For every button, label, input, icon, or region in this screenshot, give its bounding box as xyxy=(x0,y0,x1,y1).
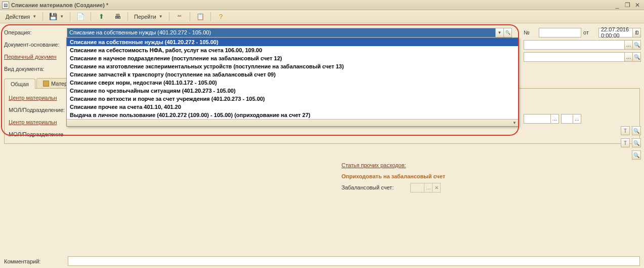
dropdown-item[interactable]: Списание по ветхости и порче за счет учр… xyxy=(67,95,519,103)
dtkt-button[interactable]: ᴬᴷ xyxy=(172,12,187,22)
toolbar-separator xyxy=(42,12,43,21)
dtkt-icon: ᴬᴷ xyxy=(176,13,184,21)
table-icon xyxy=(43,81,49,87)
minimize-button[interactable]: _ xyxy=(613,2,622,9)
booking-group-label: Оприходовать на забалансовый счет xyxy=(341,170,544,181)
dropdown-item[interactable]: Списание по чрезвычайным ситуациям (401.… xyxy=(67,87,519,95)
chevron-down-icon: ▼ xyxy=(159,14,163,19)
goto-label: Перейти xyxy=(134,14,156,20)
tab-label: Общая xyxy=(11,81,29,87)
comment-row: Комментарий: xyxy=(4,256,640,266)
copy-button[interactable]: 📄 xyxy=(73,12,88,22)
goto-menu[interactable]: Перейти ▼ xyxy=(131,12,166,22)
ellipsis-button[interactable]: … xyxy=(624,41,632,49)
mol1-label: МОЛ/Подразделение: xyxy=(9,107,74,113)
close-button[interactable]: ✕ xyxy=(633,2,642,9)
search-icon[interactable]: 🔍 xyxy=(632,138,641,147)
window-title: Списание материалов (Создание) * xyxy=(11,2,612,8)
operation-label: Операция: xyxy=(4,29,65,35)
t-button[interactable]: T xyxy=(621,126,630,135)
toolbar-separator xyxy=(91,12,91,21)
ellipsis-button[interactable]: … xyxy=(573,114,581,123)
ellipsis-button[interactable]: … xyxy=(550,114,559,123)
toolbar-separator xyxy=(190,12,190,21)
mol2-label: МОЛ/Подразделение xyxy=(9,131,74,137)
help-button[interactable]: ? xyxy=(213,12,229,22)
save-button[interactable]: 💾▼ xyxy=(46,12,67,22)
t-button[interactable]: T xyxy=(621,138,630,147)
from-label: от xyxy=(583,29,596,35)
clear-icon[interactable]: ✕ xyxy=(432,183,440,192)
post-button[interactable]: ⬆ xyxy=(94,12,109,22)
date-field[interactable]: 22.07.2016 0:00:00 🗓 xyxy=(598,28,641,37)
operation-dropdown[interactable]: Списание на собственные нужды (401.20.27… xyxy=(66,37,519,127)
dropdown-toggle[interactable]: ▼ xyxy=(495,28,503,37)
dropdown-item[interactable]: Списание на изготовление экспериментальн… xyxy=(67,62,519,70)
offbalance-row: Забалансовый счет: … ✕ xyxy=(341,181,544,194)
small-lookup[interactable]: … xyxy=(524,114,559,124)
comment-label: Комментарий: xyxy=(4,258,65,264)
search-icon[interactable]: 🔍 xyxy=(632,41,640,49)
dropdown-item[interactable]: Списание в научное подразделение (поступ… xyxy=(67,54,519,62)
copy-icon: 📄 xyxy=(76,13,84,21)
search-button[interactable]: 🔍 xyxy=(503,28,511,37)
operation-input[interactable] xyxy=(67,28,497,37)
toolbar-separator xyxy=(127,12,128,21)
tab-label: Матер xyxy=(51,81,67,87)
offbalance-label: Забалансовый счет: xyxy=(341,184,407,190)
dropdown-item[interactable]: Списание сверх норм, недостачи (401.10.1… xyxy=(67,79,519,87)
far-right-column: … … T 🔍 T 🔍 🔍 xyxy=(524,112,641,161)
small-lookup[interactable]: … xyxy=(561,114,581,124)
floppy-icon: 💾 xyxy=(49,13,57,21)
actions-menu[interactable]: Действия ▼ xyxy=(2,12,40,22)
lookup-row-2: … 🔍 xyxy=(524,51,641,63)
ellipsis-button[interactable]: … xyxy=(424,183,432,192)
window-titlebar: ▤ Списание материалов (Создание) * _ ❐ ✕ xyxy=(0,0,644,10)
lookup-field[interactable]: … 🔍 xyxy=(524,40,641,50)
form-area: Операция: ▼ 🔍 Списание на собственные ну… xyxy=(0,23,644,147)
dropdown-item[interactable]: Выдача в личное пользование (401.20.272 … xyxy=(67,111,519,119)
search-icon[interactable]: 🔍 xyxy=(632,53,640,61)
primary-doc-label: Первичный докумен xyxy=(4,54,65,60)
toolbar-separator xyxy=(210,12,211,21)
number-row: № от 22.07.2016 0:00:00 🗓 xyxy=(524,26,641,39)
center2-label: Центр материальн xyxy=(9,119,74,125)
tab-general[interactable]: Общая xyxy=(4,79,35,89)
dropdown-item[interactable]: Списание прочее на счета 401.10, 401.20 xyxy=(67,103,519,111)
search-icon[interactable]: 🔍 xyxy=(632,126,641,135)
print-button[interactable]: 🖶 xyxy=(110,12,125,22)
expense-article-label: Статья прочих расходов: xyxy=(341,160,544,170)
basis-doc-label: Документ-основание: xyxy=(4,42,65,48)
calendar-icon[interactable]: 🗓 xyxy=(632,28,640,37)
chevron-down-icon: ▼ xyxy=(60,14,64,19)
lookup-field[interactable]: … 🔍 xyxy=(524,52,641,62)
maximize-button[interactable]: ❐ xyxy=(623,2,632,9)
number-label: № xyxy=(524,29,537,35)
center1-label: Центр материальн xyxy=(9,95,74,101)
toolbar-separator xyxy=(169,12,169,21)
right-column: № от 22.07.2016 0:00:00 🗓 … 🔍 … 🔍 xyxy=(524,26,641,63)
number-field[interactable] xyxy=(539,28,581,37)
search-icon[interactable]: 🔍 xyxy=(632,150,641,160)
toolbar-separator xyxy=(70,12,70,21)
dropdown-item[interactable]: Списание на собственные нужды (401.20.27… xyxy=(67,38,519,46)
date-value: 22.07.2016 0:00:00 xyxy=(599,28,632,37)
post-icon: ⬆ xyxy=(97,13,105,21)
ellipsis-button[interactable]: … xyxy=(624,53,632,61)
actions-label: Действия xyxy=(6,14,30,20)
help-icon: ? xyxy=(217,13,225,21)
chevron-down-icon: ▼ xyxy=(32,14,36,19)
operation-field[interactable]: ▼ 🔍 xyxy=(67,28,512,37)
lower-section: Статья прочих расходов: Оприходовать на … xyxy=(341,160,544,194)
doc-type-label: Вид документа: xyxy=(4,66,65,72)
dropdown-scroll[interactable]: ▼ xyxy=(67,119,519,126)
offbalance-field[interactable]: … ✕ xyxy=(410,183,441,193)
dropdown-item[interactable]: Списание запчастей к транспорту (поступл… xyxy=(67,70,519,79)
app-icon: ▤ xyxy=(2,2,9,9)
report-button[interactable]: 📋 xyxy=(193,12,208,22)
basis-right-row: … 🔍 xyxy=(524,39,641,51)
toolbar: Действия ▼ 💾▼ 📄 ⬆ 🖶 Перейти ▼ ᴬᴷ 📋 ? xyxy=(0,10,644,23)
comment-field[interactable] xyxy=(68,256,640,266)
dropdown-item[interactable]: Списание на себестоимость НФА, работ, ус… xyxy=(67,46,519,54)
report-icon: 📋 xyxy=(196,13,204,21)
